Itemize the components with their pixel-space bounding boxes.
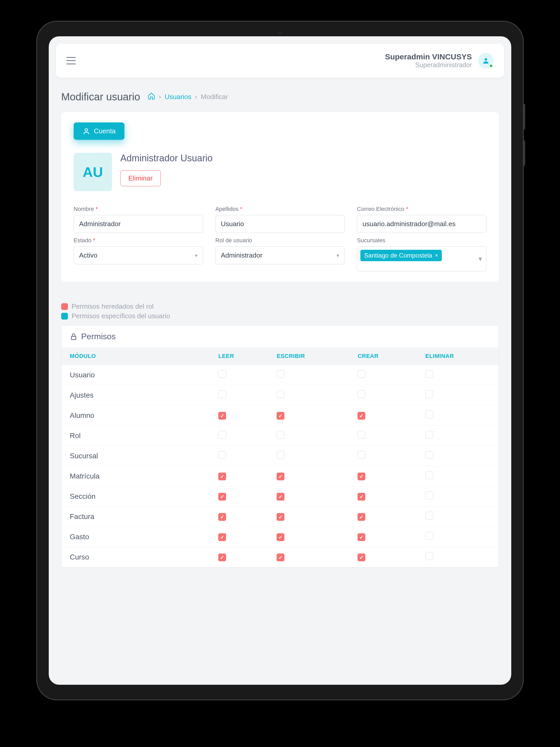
swatch-user	[61, 313, 68, 319]
tab-label: Cuenta	[94, 127, 116, 135]
checkbox-escribir[interactable]	[277, 431, 285, 439]
checkbox-leer[interactable]	[218, 412, 226, 420]
col-eliminar: ELIMINAR	[417, 347, 499, 365]
page-title: Modificar usuario	[61, 91, 140, 103]
checkbox-crear[interactable]	[357, 390, 365, 398]
checkbox-leer[interactable]	[218, 431, 226, 439]
correo-field[interactable]	[357, 215, 486, 233]
display-name: Administrador Usuario	[120, 153, 213, 164]
permissions-header-row: MÓDULO LEER ESCRIBIR CREAR ELIMINAR	[61, 347, 499, 365]
checkbox-escribir[interactable]	[277, 412, 285, 420]
col-leer: LEER	[210, 347, 268, 365]
estado-label: Estado *	[74, 237, 203, 244]
checkbox-leer[interactable]	[218, 472, 226, 480]
table-row: Sección	[61, 486, 499, 507]
checkbox-crear[interactable]	[357, 513, 365, 521]
sucursales-select[interactable]: Santiago de Compostela × ▾	[357, 247, 486, 271]
checkbox-escribir[interactable]	[277, 390, 285, 398]
table-row: Sucursal	[61, 446, 499, 466]
svg-point-0	[484, 58, 487, 61]
checkbox-crear[interactable]	[357, 451, 365, 459]
user-role: Superadministrador	[385, 61, 472, 69]
legend-user-label: Permisos específicos del usuario	[72, 312, 170, 320]
avatar[interactable]	[478, 53, 494, 69]
checkbox-escribir[interactable]	[277, 513, 285, 521]
checkbox-escribir[interactable]	[277, 493, 285, 500]
checkbox-eliminar[interactable]	[425, 491, 433, 499]
checkbox-eliminar[interactable]	[425, 471, 433, 479]
checkbox-crear[interactable]	[357, 553, 365, 561]
nombre-label: Nombre *	[74, 206, 203, 212]
checkbox-leer[interactable]	[218, 370, 226, 378]
apellidos-label: Apellidos *	[215, 206, 345, 212]
checkbox-eliminar[interactable]	[425, 532, 433, 540]
checkbox-escribir[interactable]	[277, 553, 285, 561]
avatar-initials: AU	[74, 153, 112, 191]
module-name: Ajustes	[61, 385, 210, 405]
checkbox-leer[interactable]	[218, 390, 226, 398]
chevron-right-icon: ›	[159, 93, 161, 101]
apellidos-field[interactable]	[215, 215, 345, 233]
module-name: Alumno	[61, 405, 210, 426]
nombre-field[interactable]	[74, 215, 203, 233]
checkbox-escribir[interactable]	[277, 533, 285, 541]
sucursales-label: Sucursales	[357, 237, 486, 244]
checkbox-leer[interactable]	[218, 533, 226, 541]
checkbox-crear[interactable]	[357, 412, 365, 420]
checkbox-leer[interactable]	[218, 451, 226, 459]
permissions-card: Permisos MÓDULO LEER ESCRIBIR CREAR ELIM…	[61, 325, 499, 568]
module-name: Gasto	[61, 527, 210, 547]
col-modulo: MÓDULO	[61, 347, 210, 365]
checkbox-escribir[interactable]	[277, 370, 285, 378]
checkbox-crear[interactable]	[357, 370, 365, 378]
rol-select[interactable]: Administrador ▾	[215, 247, 345, 264]
checkbox-crear[interactable]	[357, 493, 365, 500]
col-crear: CREAR	[349, 347, 417, 365]
chevron-down-icon: ▾	[195, 252, 197, 259]
checkbox-escribir[interactable]	[277, 451, 285, 459]
checkbox-eliminar[interactable]	[425, 552, 433, 560]
checkbox-crear[interactable]	[357, 472, 365, 480]
permissions-table: MÓDULO LEER ESCRIBIR CREAR ELIMINAR Usua…	[61, 347, 499, 567]
close-icon[interactable]: ×	[435, 252, 438, 259]
checkbox-crear[interactable]	[357, 431, 365, 439]
checkbox-eliminar[interactable]	[425, 512, 433, 519]
presence-dot	[489, 64, 493, 68]
menu-icon[interactable]	[66, 57, 76, 64]
breadcrumb-current: Modificar	[201, 93, 228, 101]
table-row: Matrícula	[61, 466, 499, 486]
table-row: Curso	[61, 547, 499, 567]
checkbox-leer[interactable]	[218, 513, 226, 521]
estado-select[interactable]: Activo ▾	[74, 247, 203, 264]
table-row: Alumno	[61, 405, 499, 426]
checkbox-eliminar[interactable]	[425, 370, 433, 378]
table-row: Rol	[61, 426, 499, 446]
correo-label: Correo Electrónico *	[357, 206, 486, 212]
checkbox-crear[interactable]	[357, 533, 365, 541]
person-icon	[82, 127, 90, 135]
checkbox-eliminar[interactable]	[425, 390, 433, 398]
breadcrumb: › Usuarios › Modificar	[148, 92, 228, 102]
breadcrumb-link-usuarios[interactable]: Usuarios	[165, 93, 191, 101]
table-row: Usuario	[61, 365, 499, 385]
checkbox-eliminar[interactable]	[425, 431, 433, 439]
module-name: Usuario	[61, 365, 210, 385]
tab-cuenta[interactable]: Cuenta	[74, 123, 125, 140]
home-icon[interactable]	[148, 92, 155, 102]
checkbox-eliminar[interactable]	[425, 451, 433, 459]
permissions-title: Permisos	[81, 332, 116, 341]
delete-button[interactable]: Eliminar	[120, 171, 161, 186]
checkbox-leer[interactable]	[218, 493, 226, 500]
svg-point-1	[85, 129, 88, 131]
permission-legend: Permisos heredados del rol Permisos espe…	[61, 303, 499, 320]
checkbox-escribir[interactable]	[277, 472, 285, 480]
current-user[interactable]: Superadmin VINCUSYS Superadministrador	[385, 52, 494, 69]
module-name: Curso	[61, 547, 210, 567]
module-name: Matrícula	[61, 466, 210, 486]
checkbox-leer[interactable]	[218, 553, 226, 561]
checkbox-eliminar[interactable]	[425, 411, 433, 418]
table-row: Factura	[61, 507, 499, 527]
chevron-down-icon: ▾	[479, 255, 482, 263]
module-name: Sucursal	[61, 446, 210, 466]
chevron-down-icon: ▾	[337, 252, 339, 259]
